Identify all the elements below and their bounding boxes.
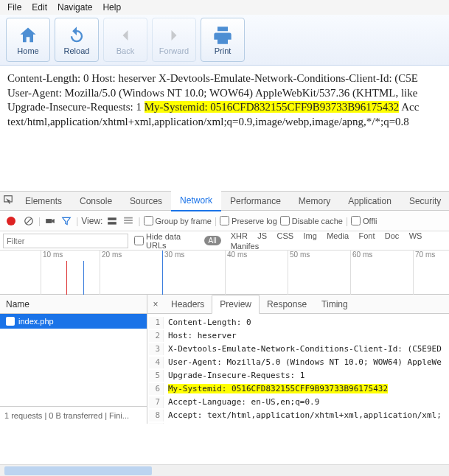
- forward-label: Forward: [159, 46, 189, 55]
- menu-navigate[interactable]: Navigate: [53, 1, 97, 13]
- print-icon: [212, 25, 233, 46]
- home-label: Home: [17, 46, 38, 55]
- filter-all[interactable]: All: [204, 236, 221, 245]
- filter-font[interactable]: Font: [355, 230, 378, 242]
- devtools: Elements Console Sources Network Perform…: [0, 191, 449, 424]
- svg-rect-6: [125, 217, 133, 218]
- tick: 50 ms: [288, 251, 310, 295]
- tick: 70 ms: [413, 251, 435, 295]
- menu-file[interactable]: File: [3, 1, 26, 13]
- filter-input[interactable]: [3, 234, 128, 248]
- inspect-icon[interactable]: [0, 191, 16, 211]
- clear-icon[interactable]: [22, 214, 35, 228]
- detail-tab-timing[interactable]: Timing: [314, 295, 355, 313]
- detail-tab-headers[interactable]: Headers: [164, 295, 212, 313]
- timeline[interactable]: 10 ms 20 ms 30 ms 40 ms 50 ms 60 ms 70 m…: [0, 251, 449, 295]
- detail-tabs: × Headers Preview Response Timing: [147, 295, 449, 314]
- large-view-icon[interactable]: [105, 214, 119, 228]
- tab-console[interactable]: Console: [71, 192, 121, 211]
- tick: 20 ms: [100, 251, 122, 295]
- preserve-log-checkbox[interactable]: Preserve log: [220, 216, 277, 225]
- tab-memory[interactable]: Memory: [290, 192, 339, 211]
- svg-rect-3: [46, 219, 52, 223]
- menu-help[interactable]: Help: [98, 1, 125, 13]
- request-row-index-php[interactable]: index.php: [0, 314, 147, 329]
- detail-tab-response[interactable]: Response: [260, 295, 314, 313]
- detail-tab-preview[interactable]: Preview: [212, 295, 260, 314]
- menu-edit[interactable]: Edit: [27, 1, 52, 13]
- network-body: Name index.php 1 requests | 0 B transfer…: [0, 295, 449, 424]
- toolbar: Home Reload Back Forward Print: [0, 15, 449, 66]
- back-label: Back: [116, 46, 134, 55]
- request-detail: × Headers Preview Response Timing 1Conte…: [147, 295, 449, 424]
- filter-media[interactable]: Media: [323, 230, 352, 242]
- tick: 10 ms: [41, 251, 63, 295]
- print-button[interactable]: Print: [201, 18, 245, 62]
- request-list: Name index.php 1 requests | 0 B transfer…: [0, 295, 147, 424]
- disable-cache-checkbox[interactable]: Disable cache: [280, 216, 343, 225]
- filter-css[interactable]: CSS: [273, 230, 297, 242]
- print-label: Print: [215, 46, 232, 55]
- hide-data-urls-checkbox[interactable]: Hide data URLs: [134, 232, 198, 250]
- content-highlight: My-Systemid: 0516CFD832155CFF9B93733B961…: [145, 101, 399, 113]
- back-icon: [115, 25, 136, 46]
- view-label: View:: [81, 216, 102, 226]
- home-button[interactable]: Home: [6, 18, 50, 62]
- reload-button[interactable]: Reload: [55, 18, 99, 62]
- devtools-tabs: Elements Console Sources Network Perform…: [0, 192, 449, 211]
- filter-doc[interactable]: Doc: [381, 230, 403, 242]
- home-icon: [18, 25, 38, 46]
- tab-network[interactable]: Network: [171, 191, 221, 211]
- status-bar: 1 requests | 0 B transferred | Fini...: [0, 406, 147, 424]
- menubar: File Edit Navigate Help: [0, 0, 449, 15]
- filter-img[interactable]: Img: [299, 230, 320, 242]
- tab-performance[interactable]: Performance: [221, 192, 290, 211]
- tab-elements[interactable]: Elements: [16, 192, 71, 211]
- preview-pane: 1Content-Length: 02Host: heserver3X-Devt…: [147, 314, 449, 424]
- network-filter-bar: Hide data URLs All XHR JS CSS Img Media …: [0, 231, 449, 251]
- page-content: Content-Length: 0 Host: heserver X-Devto…: [0, 66, 449, 191]
- tick: 60 ms: [350, 251, 372, 295]
- svg-rect-5: [108, 222, 117, 225]
- tab-application[interactable]: Application: [339, 192, 400, 211]
- tab-security[interactable]: Security: [400, 192, 449, 211]
- network-toolbar: | | View: | Group by frame | Preserve lo…: [0, 211, 449, 231]
- filter-ws[interactable]: WS: [406, 230, 426, 242]
- small-view-icon[interactable]: [122, 214, 135, 228]
- tick: 30 ms: [162, 251, 184, 295]
- svg-rect-8: [125, 222, 133, 223]
- close-detail-icon[interactable]: ×: [147, 299, 164, 309]
- back-button[interactable]: Back: [103, 18, 147, 62]
- reload-label: Reload: [64, 46, 90, 55]
- name-header[interactable]: Name: [0, 295, 147, 314]
- reload-icon: [66, 25, 87, 46]
- filter-icon[interactable]: [60, 214, 73, 228]
- forward-button[interactable]: Forward: [152, 18, 196, 62]
- file-icon: [6, 317, 15, 326]
- group-by-frame-checkbox[interactable]: Group by frame: [144, 216, 212, 225]
- svg-line-2: [26, 217, 32, 223]
- record-button[interactable]: [7, 217, 15, 225]
- forward-icon: [164, 25, 184, 46]
- svg-rect-4: [108, 217, 117, 220]
- tick: 40 ms: [225, 251, 247, 295]
- filter-types: XHR JS CSS Img Media Font Doc WS Manifes: [227, 231, 446, 251]
- camera-icon[interactable]: [43, 214, 57, 228]
- request-label: index.php: [18, 317, 54, 326]
- tab-sources[interactable]: Sources: [121, 192, 171, 211]
- offline-checkbox[interactable]: Offli: [351, 216, 377, 225]
- svg-rect-7: [125, 220, 133, 221]
